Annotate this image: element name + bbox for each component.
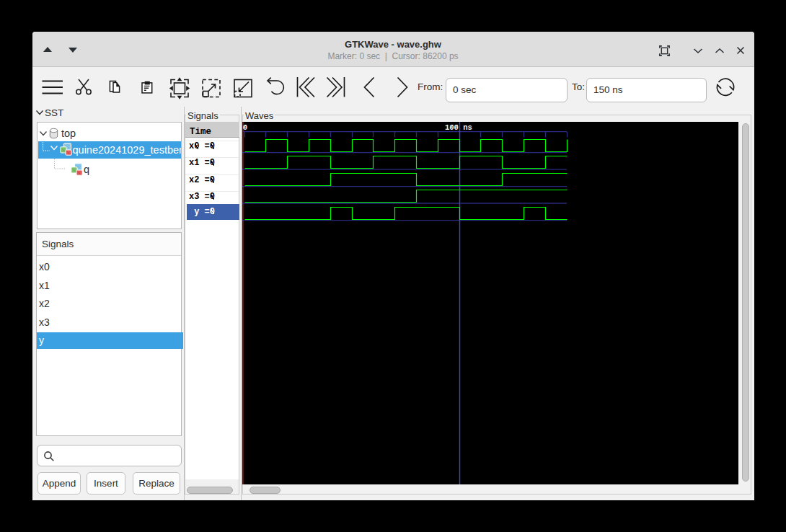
svg-text:100 ns: 100 ns — [445, 123, 472, 132]
svg-text:0: 0 — [243, 123, 247, 132]
